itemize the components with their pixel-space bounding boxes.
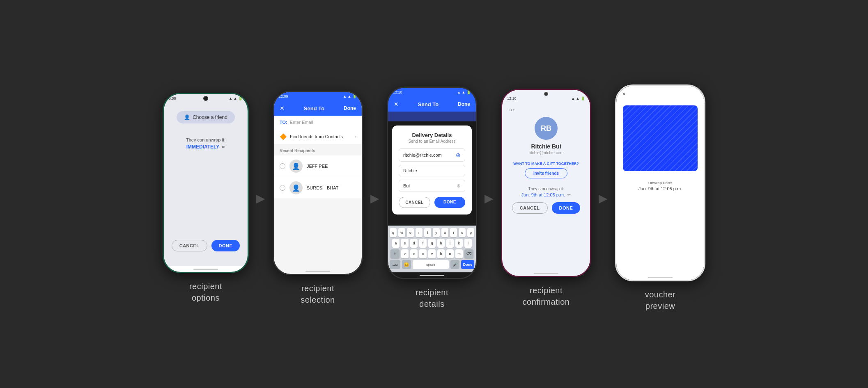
edit-icon-4[interactable]: ✏ bbox=[567, 193, 571, 197]
key-p[interactable]: p bbox=[467, 228, 474, 237]
key-s[interactable]: s bbox=[401, 239, 409, 248]
edit-icon[interactable]: ✏ bbox=[222, 145, 225, 149]
firstname-input-row[interactable]: Ritchie bbox=[399, 165, 465, 176]
keyboard: q w e r t y u i o p a s d bbox=[388, 226, 476, 272]
modal-cancel-button[interactable]: CANCEL bbox=[399, 197, 430, 208]
signal-3: ▲ ▲ 🔋 bbox=[457, 90, 471, 94]
key-g[interactable]: g bbox=[428, 239, 436, 248]
keyboard-done-key[interactable]: Done bbox=[461, 260, 474, 269]
email-input-row[interactable]: ritchie@ritchie.com ⊕ bbox=[399, 148, 465, 162]
key-r[interactable]: r bbox=[416, 228, 423, 237]
space-key[interactable]: space bbox=[413, 260, 449, 269]
key-k[interactable]: k bbox=[455, 239, 463, 248]
keyboard-row-2: a s d f g h j k l bbox=[390, 239, 474, 248]
done-button-1[interactable]: DONE bbox=[211, 240, 240, 251]
key-w[interactable]: w bbox=[398, 228, 405, 237]
bottom-buttons-1: CANCEL DONE bbox=[172, 240, 240, 258]
close-nav-2[interactable]: ✕ bbox=[280, 105, 285, 112]
key-m[interactable]: m bbox=[455, 249, 463, 258]
home-bar-line-5 bbox=[648, 277, 673, 278]
mic-key[interactable]: 🎤 bbox=[450, 260, 459, 269]
key-x[interactable]: x bbox=[410, 249, 418, 258]
phone-3-screen: 12:10 ▲ ▲ 🔋 ✕ Send To Done Delivery Deta… bbox=[388, 88, 476, 272]
add-email-icon[interactable]: ⊕ bbox=[456, 152, 461, 158]
select-circle-1 bbox=[280, 185, 285, 191]
key-y[interactable]: y bbox=[433, 228, 440, 237]
clear-icon[interactable]: ⊗ bbox=[457, 183, 461, 189]
label-3: recipientdetails bbox=[416, 287, 448, 310]
num-key[interactable]: 123 bbox=[390, 260, 400, 269]
nav-bar-2: ✕ Send To Done bbox=[274, 101, 362, 116]
delete-key[interactable]: ⌫ bbox=[464, 249, 473, 258]
key-n[interactable]: n bbox=[446, 249, 454, 258]
find-friends-row[interactable]: 🔶 Find friends from Contacts › bbox=[274, 129, 362, 144]
key-q[interactable]: q bbox=[390, 228, 397, 237]
time-4: 12:10 bbox=[507, 96, 517, 100]
avatar-1: 👤 bbox=[289, 181, 303, 194]
screen-4-wrapper: 12:10 ▲ ▲ 🔋 TO: RB Ritchie Bui ritchie@r… bbox=[501, 89, 591, 308]
voucher-header: × bbox=[616, 86, 704, 97]
label-1: recipientoptions bbox=[189, 281, 222, 304]
home-bar-3 bbox=[388, 272, 476, 278]
cancel-button-4[interactable]: CANCEL bbox=[512, 202, 548, 214]
bottom-buttons-4: CANCEL DONE bbox=[502, 202, 590, 219]
shift-key[interactable]: ⇧ bbox=[390, 249, 400, 258]
avatar-0: 👤 bbox=[289, 160, 303, 173]
time-1: 5:08 bbox=[169, 96, 176, 100]
immediately-label: IMMEDIATELY bbox=[186, 144, 220, 150]
voucher-date: Jun. 9th at 12:05 p.m. bbox=[623, 186, 698, 191]
label-4: recipientconfirmation bbox=[523, 285, 570, 308]
conf-email: ritchie@ritchie.com bbox=[528, 151, 563, 155]
email-input-2[interactable]: Enter Email bbox=[290, 120, 356, 125]
home-bar-line-3 bbox=[420, 275, 444, 276]
recent-header: Recent Recipients bbox=[274, 144, 362, 155]
key-j[interactable]: j bbox=[446, 239, 454, 248]
status-bar-2: 12:09 ▲ ▲ 🔋 bbox=[274, 92, 362, 101]
key-d[interactable]: d bbox=[410, 239, 418, 248]
key-o[interactable]: o bbox=[459, 228, 466, 237]
status-area-4 bbox=[502, 90, 590, 94]
to-row: TO: Enter Email bbox=[274, 116, 362, 129]
conf-name: Ritchie Bui bbox=[531, 143, 561, 150]
key-f[interactable]: f bbox=[419, 239, 427, 248]
key-h[interactable]: h bbox=[437, 239, 445, 248]
label-2: recipientselection bbox=[301, 283, 335, 306]
done-button-4[interactable]: DONE bbox=[552, 202, 581, 214]
person-icon: 👤 bbox=[184, 114, 190, 120]
close-button-5[interactable]: × bbox=[622, 91, 625, 97]
key-u[interactable]: u bbox=[441, 228, 448, 237]
lastname-input-row[interactable]: Bui ⊗ bbox=[399, 180, 465, 192]
to-label: TO: bbox=[280, 120, 287, 125]
close-nav-3[interactable]: ✕ bbox=[394, 101, 399, 107]
emoji-key[interactable]: 😊 bbox=[402, 260, 411, 269]
home-bar-2 bbox=[274, 268, 362, 274]
key-a[interactable]: a bbox=[392, 239, 400, 248]
choose-friend-button[interactable]: 👤 Choose a friend bbox=[177, 111, 235, 123]
key-i[interactable]: i bbox=[450, 228, 457, 237]
arrow-1: ▶ bbox=[256, 192, 265, 205]
firstname-value: Ritchie bbox=[403, 168, 417, 173]
home-bar-line-4 bbox=[534, 273, 558, 274]
time-3: 12:10 bbox=[393, 90, 402, 94]
nav-done-2[interactable]: Done bbox=[344, 105, 356, 111]
cancel-button-1[interactable]: CANCEL bbox=[172, 240, 207, 251]
modal-done-button[interactable]: DONE bbox=[434, 197, 465, 208]
phone-2: 12:09 ▲ ▲ 🔋 ✕ Send To Done TO: Enter Ema… bbox=[273, 91, 363, 275]
recipient-row-1[interactable]: 👤 SURESH BHAT bbox=[274, 177, 362, 199]
recipient-name-1: SURESH BHAT bbox=[307, 185, 338, 190]
conf-content: TO: RB Ritchie Bui ritchie@ritchie.com W… bbox=[502, 103, 590, 202]
key-b[interactable]: b bbox=[437, 249, 445, 258]
key-e[interactable]: e bbox=[407, 228, 414, 237]
key-t[interactable]: t bbox=[424, 228, 431, 237]
voucher-pattern bbox=[623, 105, 698, 171]
recipient-row-0[interactable]: 👤 JEFF PEE bbox=[274, 155, 362, 177]
key-z[interactable]: z bbox=[401, 249, 409, 258]
invite-friends-button[interactable]: Invite friends bbox=[525, 168, 567, 178]
modal-subtitle: Send to an Email Address bbox=[399, 139, 465, 144]
key-l[interactable]: l bbox=[464, 239, 472, 248]
nav-done-3[interactable]: Done bbox=[458, 101, 470, 107]
recipient-name-0: JEFF PEE bbox=[307, 164, 328, 169]
key-c[interactable]: c bbox=[419, 249, 427, 258]
phone-3: 12:10 ▲ ▲ 🔋 ✕ Send To Done Delivery Deta… bbox=[387, 87, 477, 279]
key-v[interactable]: v bbox=[428, 249, 436, 258]
